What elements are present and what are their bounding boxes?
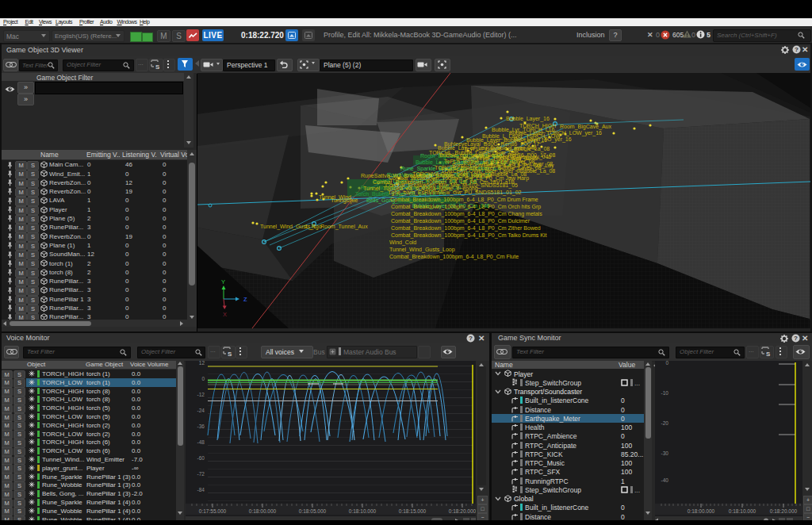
svg-text:-48: -48 <box>197 439 205 445</box>
svg-text:Tunngstjue: Tunngstjue <box>331 197 358 204</box>
svg-text:?: ? <box>794 335 798 342</box>
svg-text:Tunnel_Wind_Gusts_Loop: Tunnel_Wind_Gusts_Loop <box>389 247 455 253</box>
svg-text:0: 0 <box>201 376 205 381</box>
svg-text:Combat_Breakdown_100bpm_6-4_L8: Combat_Breakdown_100bpm_6-4_L8_P0_Cm Orc… <box>391 204 541 210</box>
svg-text:0:17:55.000: 0:17:55.000 <box>199 508 227 514</box>
svg-text:L_Rgo: L_Rgo <box>305 224 322 230</box>
svg-text:-40: -40 <box>661 477 669 483</box>
svg-text:0:18:00.000: 0:18:00.000 <box>249 508 277 514</box>
svg-text:Z: Z <box>243 296 247 303</box>
svg-text:-10: -10 <box>661 390 669 396</box>
svg-text:Bubble_Lyr_TORCH_L16: Bubble_Lyr_TORCH_L16 <box>492 127 554 133</box>
svg-text:0:18:10.000: 0:18:10.000 <box>349 508 377 514</box>
svg-text:-84: -84 <box>197 487 205 492</box>
svg-text:S: S <box>155 63 160 70</box>
svg-text:Wind_Cold: Wind_Cold <box>389 240 416 246</box>
svg-text:0:18:10.000: 0:18:10.000 <box>729 508 756 514</box>
svg-text:0:18:20.000: 0:18:20.000 <box>770 508 798 514</box>
svg-text:Room_Tunnel_Aux: Room_Tunnel_Aux <box>320 224 368 230</box>
svg-text:Y: Y <box>221 278 225 285</box>
svg-text:?: ? <box>795 46 799 53</box>
svg-text:Combat_Breakdown_Mix_Mw_M.102_: Combat_Breakdown_Mix_Mw_M.102_SNDS5181_0… <box>385 182 518 189</box>
svg-text:S: S <box>228 351 232 357</box>
svg-text:0:18:15.000: 0:18:15.000 <box>399 508 427 514</box>
svg-text:Combat_Breakdown_100bpm_6-4_L8: Combat_Breakdown_100bpm_6-4_L8_P0_Cm Tai… <box>391 232 546 239</box>
svg-text:-36: -36 <box>197 423 205 429</box>
svg-text:S: S <box>766 351 771 357</box>
svg-text:Combat_Breakdown_100bpm_6-4_L8: Combat_Breakdown_100bpm_6-4_L8_P0_Cm Cha… <box>391 211 542 217</box>
svg-text:TORCHWLOWE_beer_Layer_0Bubble_: TORCHWLOWE_beer_Layer_0Bubble_La_08 <box>441 168 555 174</box>
svg-text:0:18:20.000: 0:18:20.000 <box>449 508 476 514</box>
svg-text:Tghe_barn_EsRMthMEw_Gw_PU_SNDS: Tghe_barn_EsRMthMEw_Gw_PU_SNDS5181_01_02 <box>388 190 522 196</box>
svg-text:la_Layer_08: la_Layer_08 <box>500 155 530 162</box>
svg-text:Combat_Breakdown_100bpm_6-4_L8: Combat_Breakdown_100bpm_6-4_L8_P0_Cm Jaw… <box>389 175 529 182</box>
svg-text:0:18:00.000: 0:18:00.000 <box>688 508 715 514</box>
svg-text:Combat_Breakdown_100bpm_6-4_L8: Combat_Breakdown_100bpm_6-4_L8_P0_Cm Dru… <box>390 197 538 203</box>
svg-text:Room_BigCave_Aux: Room_BigCave_Aux <box>560 124 611 130</box>
svg-text:12: 12 <box>199 361 205 366</box>
svg-text:Combat_Breakdown_100bpm_6-4_L8: Combat_Breakdown_100bpm_6-4_L8_P0_Cm Dul… <box>391 218 530 224</box>
svg-text:Combat_Breakdown_100bpm_6-4_L8: Combat_Breakdown_100bpm_6-4_L8_P0_Cm Zit… <box>391 225 541 232</box>
svg-text:-72: -72 <box>197 471 205 477</box>
svg-text:Combat_Breakdown_100bpm_6-4_L8: Combat_Breakdown_100bpm_6-4_L8_P0_Cm Flu… <box>389 254 519 260</box>
svg-text:?: ? <box>469 335 473 342</box>
svg-text:-30: -30 <box>661 450 669 456</box>
svg-text:X: X <box>223 311 227 318</box>
svg-text:-20: -20 <box>661 420 669 426</box>
svg-text:-24: -24 <box>197 408 205 413</box>
svg-text:Bub_Lay_08_Cm_Layer_08: Bub_Lay_08_Cm_Layer_08 <box>484 161 553 167</box>
svg-text:Bub_Layer_TO_yer_16: Bub_Layer_TO_yer_16 <box>514 136 572 143</box>
svg-text:-12: -12 <box>197 392 205 397</box>
svg-text:0: 0 <box>665 361 668 366</box>
svg-text:Bubble_Layer_16: Bubble_Layer_16 <box>506 116 550 122</box>
svg-text:-60: -60 <box>197 455 205 461</box>
svg-text:0:18:05.000: 0:18:05.000 <box>299 508 327 514</box>
